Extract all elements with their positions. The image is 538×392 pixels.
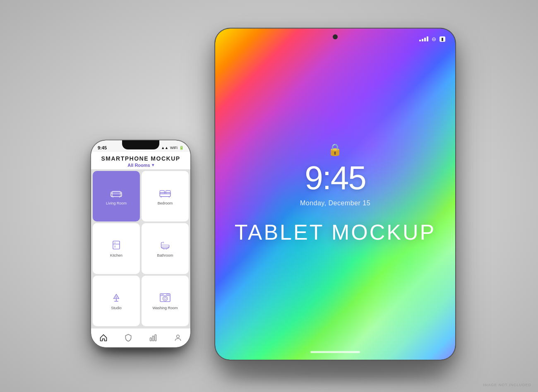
svg-point-34 — [177, 335, 180, 338]
wifi-status-icon: WiFi — [170, 146, 178, 150]
wifi-icon: ⊖ — [432, 36, 436, 42]
kitchen-label: Kitchen — [110, 253, 122, 257]
tablet-time: 9:45 — [305, 161, 366, 195]
app-title: SMARTPHONE MOCKUP — [98, 155, 184, 162]
tablet-date: Monday, December 15 — [300, 200, 370, 207]
washing-room-label: Washing Room — [152, 306, 178, 310]
signal-icon — [419, 36, 428, 41]
svg-rect-7 — [160, 190, 164, 194]
phone-status-icons: ▲▲ WiFi 🔋 — [161, 146, 184, 150]
network-icon: ▲▲ — [161, 146, 168, 150]
room-card-studio[interactable]: Studio — [93, 276, 140, 327]
tablet-screen: ⊖ ▮ 🔒 9:45 Monday, December 15 TABLET MO… — [215, 29, 455, 360]
svg-rect-31 — [150, 338, 151, 341]
svg-point-28 — [161, 294, 162, 295]
svg-rect-16 — [161, 245, 169, 247]
lock-icon: 🔒 — [328, 143, 342, 156]
fridge-icon — [110, 239, 123, 251]
home-icon — [99, 334, 108, 342]
bed-icon — [159, 187, 172, 199]
tab-stats[interactable] — [146, 330, 161, 345]
bathroom-label: Bathroom — [157, 253, 173, 257]
chevron-down-icon: ▾ — [152, 163, 154, 167]
tablet-shadow — [223, 368, 447, 380]
tab-home[interactable] — [96, 330, 111, 345]
subtitle-text: All Rooms — [127, 163, 150, 168]
tablet-device: ⊖ ▮ 🔒 9:45 Monday, December 15 TABLET MO… — [215, 29, 455, 360]
lamp-icon — [110, 292, 123, 303]
svg-rect-30 — [166, 294, 169, 295]
svg-rect-0 — [111, 192, 122, 196]
washer-icon — [159, 292, 172, 303]
tablet-title: TABLET MOCKUP — [235, 220, 436, 245]
tablet-home-bar — [310, 351, 360, 353]
stats-icon — [149, 334, 157, 342]
phone-subtitle[interactable]: All Rooms ▾ — [98, 163, 184, 168]
bathtub-icon — [159, 239, 172, 251]
svg-point-29 — [163, 294, 163, 295]
svg-point-18 — [163, 242, 163, 243]
phone-screen: 9:45 ▲▲ WiFi 🔋 SMARTPHONE MOCKUP All Roo… — [91, 140, 190, 347]
tab-security[interactable] — [121, 330, 136, 345]
svg-rect-32 — [152, 336, 154, 341]
shield-icon — [124, 334, 132, 342]
scene: ⊖ ▮ 🔒 9:45 Monday, December 15 TABLET MO… — [83, 20, 455, 372]
svg-rect-8 — [166, 190, 171, 194]
svg-rect-12 — [113, 241, 120, 249]
battery-status-icon: 🔋 — [179, 146, 184, 150]
svg-point-26 — [164, 298, 166, 300]
phone-notch — [122, 140, 159, 149]
tab-bar — [91, 328, 190, 347]
bar1 — [419, 40, 421, 41]
watermark: IMAGE NOT INCLUDED — [483, 383, 531, 387]
battery-icon: ▮ — [440, 36, 445, 42]
svg-rect-2 — [120, 193, 122, 197]
phone-header: SMARTPHONE MOCKUP All Rooms ▾ — [91, 152, 190, 169]
bar4 — [427, 36, 428, 41]
svg-point-25 — [163, 296, 167, 301]
tab-profile[interactable] — [171, 330, 185, 345]
svg-rect-6 — [160, 192, 171, 197]
person-icon — [174, 334, 182, 342]
room-grid: Living Room Bedroom — [91, 169, 190, 328]
phone-device: 9:45 ▲▲ WiFi 🔋 SMARTPHONE MOCKUP All Roo… — [91, 140, 190, 347]
svg-point-23 — [115, 297, 117, 298]
living-room-label: Living Room — [106, 201, 127, 205]
studio-label: Studio — [111, 306, 122, 310]
bar2 — [422, 39, 423, 41]
tablet-content: 🔒 9:45 Monday, December 15 TABLET MOCKUP — [235, 143, 436, 245]
svg-rect-33 — [155, 335, 156, 341]
bedroom-label: Bedroom — [158, 201, 173, 205]
room-card-kitchen[interactable]: Kitchen — [93, 223, 140, 274]
tablet-status-bar: ⊖ ▮ — [419, 36, 445, 42]
room-card-bedroom[interactable]: Bedroom — [142, 171, 189, 222]
tablet-camera — [333, 34, 338, 39]
room-card-living-room[interactable]: Living Room — [93, 171, 140, 222]
room-card-washing-room[interactable]: Washing Room — [142, 276, 189, 327]
svg-rect-1 — [111, 193, 112, 197]
phone-time: 9:45 — [98, 145, 107, 150]
room-card-bathroom[interactable]: Bathroom — [142, 223, 189, 274]
sofa-icon — [110, 187, 123, 199]
bar3 — [424, 38, 426, 41]
